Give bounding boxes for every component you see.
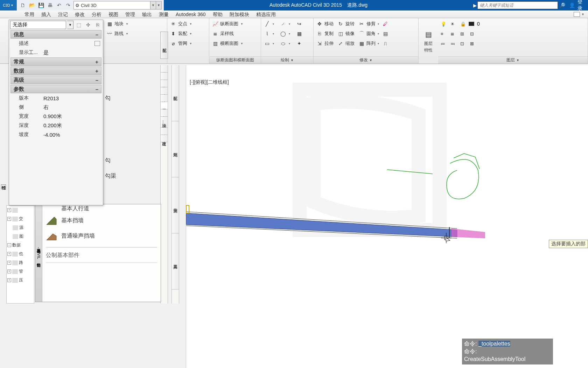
expand-icon[interactable]: + [7, 217, 11, 221]
print-button[interactable]: 🖶 [46, 1, 54, 9]
row-version[interactable]: 版本R2013 [9, 94, 103, 103]
vpal-assembly[interactable]: 装配 [160, 32, 168, 59]
tree-row[interactable]: +交 [7, 214, 34, 223]
workspace-selector[interactable]: ⚙ Civil 3D [74, 1, 150, 9]
cat-general[interactable]: 常规+ [10, 57, 102, 66]
menu-insert[interactable]: 插入 [38, 11, 55, 18]
copy-button[interactable]: ⎘复制 [315, 29, 335, 38]
menu-modify[interactable]: 修改 [71, 11, 88, 18]
panel-title-modify[interactable]: 修改▼ [314, 56, 418, 63]
layer-freeze-button[interactable]: ☀ [449, 19, 457, 28]
menu-output[interactable]: 输出 [139, 11, 155, 18]
array-button[interactable]: ▦阵列▾ [357, 39, 380, 48]
new-button[interactable]: 🗋 [19, 1, 27, 9]
expand-icon[interactable]: + [7, 208, 11, 212]
vtab-median[interactable]: 中间带 [161, 80, 168, 87]
revcloud-button[interactable]: ↪ [294, 19, 308, 28]
rect-button[interactable]: ▭▾ [262, 39, 276, 48]
explode-button[interactable]: ▤ [381, 29, 390, 38]
vtab-wall[interactable]: 护墙 [161, 128, 168, 135]
arc-button[interactable]: ⟋▾ [278, 19, 292, 28]
drawing-canvas[interactable]: [-][俯视][二维线框] 6 选择要插入的部 [181, 65, 588, 368]
vtab-slope[interactable]: 边坡 [161, 95, 168, 102]
cat-params[interactable]: 参数– [10, 85, 102, 93]
sampleline-button[interactable]: ≣采样线 [210, 29, 245, 38]
expand-icon[interactable]: + [7, 278, 11, 282]
panel-title-draw[interactable]: 绘制▼ [261, 56, 313, 63]
trim-button[interactable]: ✂修剪▾ [357, 19, 380, 28]
tree-row[interactable]: + [7, 206, 34, 214]
tp-item-wall[interactable]: 基本挡墙 [46, 213, 157, 228]
cat-info[interactable]: 信息– [10, 30, 102, 39]
options-icon[interactable] [1, 184, 6, 189]
menu-help[interactable]: 帮助 [209, 11, 226, 18]
tree-row-data[interactable]: –数据 [7, 241, 34, 250]
panel-title-sections[interactable]: 纵断面图和横断面图 [209, 56, 261, 63]
vtab-cond[interactable]: 条件 [161, 109, 168, 117]
vtab-curb[interactable]: 路缘 [161, 87, 168, 95]
move-button[interactable]: ✥移动 [315, 19, 335, 28]
layer-btn-4[interactable]: ⊟ [469, 29, 477, 38]
workspace-dropdown[interactable]: ▼ [150, 1, 156, 9]
menu-annotate[interactable]: 注记 [55, 11, 71, 18]
erase-button[interactable]: 🖊 [381, 19, 390, 28]
quickselect-button[interactable]: ⬚ [75, 21, 83, 29]
hatch-button[interactable]: ▦ [294, 29, 308, 38]
tree-row[interactable]: +路 [7, 258, 34, 267]
pipenet-button[interactable]: ⌀管网▼ [168, 39, 194, 48]
workspace-dropdown-2[interactable]: ▼ [156, 1, 162, 9]
layer-btn-7[interactable]: ⊡ [459, 39, 467, 48]
ellipse-button[interactable]: ⬭▾ [278, 39, 292, 48]
vtab-ditch[interactable]: 沟渠... [161, 117, 168, 128]
menu-survey[interactable]: 测量 [155, 11, 172, 18]
search-icon[interactable]: 🔎 [558, 1, 566, 9]
expand-icon[interactable]: + [7, 252, 11, 256]
layer-btn-8[interactable]: ⊠ [469, 39, 477, 48]
vtab-survey[interactable]: 测量 [172, 177, 179, 233]
selection-dropdown[interactable]: 无选择 [10, 21, 66, 29]
scale-button[interactable]: ⤢缩放 [336, 39, 356, 48]
pline-button[interactable]: ⌇▾ [262, 29, 276, 38]
redo-button[interactable]: ↷ [64, 1, 72, 9]
tree-row[interactable]: +也 [7, 250, 34, 258]
layer-btn-3[interactable]: ⊞ [459, 29, 467, 38]
app-menu-button[interactable]: C3D▼ [0, 0, 17, 11]
menu-featured[interactable]: 精选应用 [253, 11, 279, 18]
tree-row[interactable]: +管 [7, 267, 34, 276]
layer-btn-5[interactable]: ≔ [439, 39, 448, 48]
user-icon[interactable]: 👤 [568, 1, 576, 9]
ribbon-view-control[interactable]: ▼ [574, 12, 584, 17]
expand-icon[interactable]: + [7, 261, 11, 265]
layer-bulb-button[interactable]: 💡 [439, 19, 448, 28]
row-side[interactable]: 侧右 [9, 103, 103, 112]
menu-analyze[interactable]: 分析 [88, 11, 105, 18]
search-input[interactable] [477, 1, 558, 9]
selectobj-button[interactable]: ⎘ [93, 21, 102, 29]
panel-title-layer[interactable]: 图层▼ [438, 56, 588, 63]
row-depth[interactable]: 深度0.200米 [9, 121, 103, 130]
selection-dropdown-arrow[interactable]: ▼ [67, 21, 74, 29]
layer-btn-6[interactable]: ≕ [449, 39, 457, 48]
point-button[interactable]: ✦ [294, 39, 308, 48]
offset-button[interactable]: ⎍ [381, 39, 390, 48]
line-button[interactable]: ╱▾ [262, 19, 276, 28]
parcel-button[interactable]: ▦地块▼ [105, 19, 130, 28]
vtab-assembly[interactable]: 装配 [172, 65, 179, 121]
menu-a360[interactable]: Autodesk 360 [172, 11, 209, 18]
menu-home[interactable]: 常用 [21, 11, 38, 18]
collapse-icon[interactable]: – [7, 243, 11, 247]
layer-lock-button[interactable]: 🔒 [459, 19, 467, 28]
color-swatch[interactable] [469, 22, 474, 26]
save-button[interactable]: 💾 [37, 1, 45, 9]
vtab-shoulder[interactable]: 路肩 [161, 73, 168, 80]
edit-icon[interactable] [94, 41, 100, 46]
vtab-lane[interactable]: 车道 [161, 65, 168, 73]
tree-row[interactable]: 源 [7, 223, 34, 232]
vtab-rehab[interactable]: 改建 [161, 135, 168, 142]
circle-button[interactable]: ◯▾ [278, 29, 292, 38]
tp-item-sidewalk[interactable]: 基本人行道 [46, 204, 157, 213]
vtab-rules[interactable]: 规则 [172, 121, 179, 177]
mirror-button[interactable]: ◫镜像 [336, 29, 356, 38]
intersection-button[interactable]: ✳交点▼ [168, 19, 194, 28]
assembly-button[interactable]: ⬍装配▼ [168, 29, 194, 38]
